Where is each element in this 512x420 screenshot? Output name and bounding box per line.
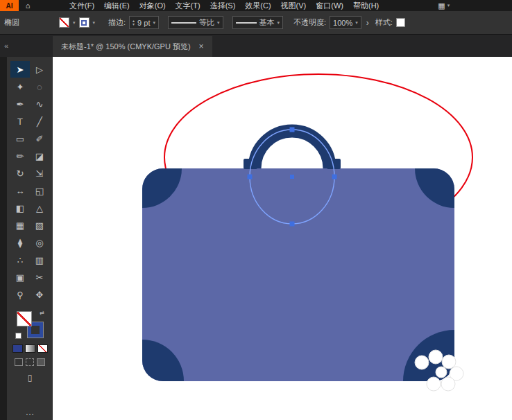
style-swatch[interactable] xyxy=(396,18,405,27)
opacity-label: 不透明度: xyxy=(293,17,326,28)
tool-grid: ➤ ▷ ✦ ◌ ✒ ∿ T ╱ ▭ ✐ ✏ ◪ ↻ ⇲ ↔ ◱ ◧ xyxy=(10,61,49,303)
tool-free-transform[interactable]: ◱ xyxy=(30,182,49,199)
menu-item-effect[interactable]: 效果(C) xyxy=(240,0,275,12)
tool-curvature[interactable]: ∿ xyxy=(30,96,49,112)
app-logo-icon[interactable]: AI xyxy=(0,0,19,11)
menu-item-view[interactable]: 视图(V) xyxy=(276,0,312,12)
tool-slice[interactable]: ✂ xyxy=(30,269,49,286)
apply-gradient-button[interactable] xyxy=(25,344,35,353)
tool-perspective-grid[interactable]: △ xyxy=(30,200,49,216)
stroke-weight-field[interactable]: ▴ ▾ 9 pt ▾ xyxy=(129,16,159,29)
tool-gradient[interactable]: ▧ xyxy=(30,217,49,234)
corner-top-right[interactable] xyxy=(415,129,494,208)
opacity-value[interactable]: 100% xyxy=(333,19,352,27)
style-label: 样式: xyxy=(375,17,393,28)
brush-definition-dropdown[interactable]: 基本 ▾ xyxy=(232,16,284,29)
menu-item-window[interactable]: 窗口(W) xyxy=(311,0,348,12)
control-bar: 椭圆 ▾ ▾ 描边: ▴ ▾ 9 pt ▾ 等比 ▾ 基本 ▾ 不透明度: 10… xyxy=(0,11,512,35)
tool-artboard[interactable]: ▣ xyxy=(10,269,30,286)
anchor-bottom[interactable] xyxy=(290,222,295,227)
opacity-caret-icon[interactable]: ▾ xyxy=(355,20,358,26)
menu-items: 文件(F) 编辑(E) 对象(O) 文字(T) 选择(S) 效果(C) 视图(V… xyxy=(65,0,384,12)
panel-collapse-button[interactable]: « xyxy=(0,35,53,57)
tool-type[interactable]: T xyxy=(10,113,30,130)
briefcase-handle[interactable] xyxy=(244,131,341,169)
tool-hand[interactable]: ✥ xyxy=(30,286,49,303)
menu-item-edit[interactable]: 编辑(E) xyxy=(99,0,135,12)
stroke-weight-stepper[interactable]: ▴ ▾ xyxy=(133,19,135,26)
tool-line-segment[interactable]: ╱ xyxy=(30,113,49,130)
anchor-top[interactable] xyxy=(290,128,295,132)
corner-bottom-left[interactable] xyxy=(101,340,184,420)
tool-scale[interactable]: ⇲ xyxy=(30,165,49,182)
tool-blend[interactable]: ◎ xyxy=(30,234,49,251)
tool-column-graph[interactable]: ▥ xyxy=(30,252,49,268)
artboard-canvas[interactable] xyxy=(53,57,512,420)
tool-rectangle[interactable]: ▭ xyxy=(10,130,30,147)
tool-shape-builder[interactable]: ◧ xyxy=(10,200,30,216)
menu-item-type[interactable]: 文字(T) xyxy=(171,0,205,12)
stroke-swatch-inner xyxy=(81,20,87,26)
apply-color-button[interactable] xyxy=(12,344,23,353)
swap-fill-stroke-icon[interactable]: ⇄ xyxy=(40,310,44,316)
tool-pencil[interactable]: ✏ xyxy=(10,148,30,164)
menu-item-select[interactable]: 选择(S) xyxy=(205,0,241,12)
fill-color-swatch[interactable] xyxy=(59,17,69,28)
menubar: AI ⌂ 文件(F) 编辑(E) 对象(O) 文字(T) 选择(S) 效果(C)… xyxy=(0,0,512,11)
tool-eyedropper[interactable]: ⧫ xyxy=(10,234,30,251)
tool-eraser[interactable]: ◪ xyxy=(30,148,49,164)
tools-panel: ➤ ▷ ✦ ◌ ✒ ∿ T ╱ ▭ ✐ ✏ ◪ ↻ ⇲ ↔ ◱ ◧ xyxy=(0,57,53,420)
screen-mode-button[interactable]: ▯ xyxy=(28,373,33,383)
tool-magic-wand[interactable]: ✦ xyxy=(10,78,30,95)
tab-close-icon[interactable]: × xyxy=(199,42,204,51)
tool-paintbrush[interactable]: ✐ xyxy=(30,130,49,147)
fill-stroke-indicator[interactable]: ⇄ xyxy=(15,310,44,339)
menu-item-object[interactable]: 对象(O) xyxy=(135,0,171,12)
apply-none-button[interactable] xyxy=(37,344,48,353)
collapse-icon: « xyxy=(4,42,8,50)
document-tab[interactable]: 未标题-1* @ 150% (CMYK/GPU 预览) × xyxy=(53,36,212,57)
brush-caret-icon[interactable]: ▾ xyxy=(278,20,280,26)
window-edge xyxy=(0,57,7,420)
tool-rotate[interactable]: ↻ xyxy=(10,165,30,182)
width-profile-dropdown[interactable]: 等比 ▾ xyxy=(168,16,223,29)
anchor-right[interactable] xyxy=(332,175,337,180)
arrange-documents-button[interactable]: ▦ ▾ xyxy=(438,1,450,10)
profile-caret-icon[interactable]: ▾ xyxy=(217,20,220,26)
tool-selection[interactable]: ➤ xyxy=(10,61,30,78)
width-profile-value: 等比 xyxy=(199,17,214,28)
default-fill-stroke-icon[interactable] xyxy=(15,333,22,339)
stroke-weight-caret-icon[interactable]: ▾ xyxy=(153,20,155,26)
opacity-dropdown[interactable]: 100% ▾ xyxy=(330,16,361,29)
brush-value: 基本 xyxy=(259,17,275,28)
briefcase-body[interactable] xyxy=(142,168,454,381)
document-tab-title: 未标题-1* @ 150% (CMYK/GPU 预览) xyxy=(61,42,191,52)
menu-item-file[interactable]: 文件(F) xyxy=(65,0,99,12)
width-profile-preview xyxy=(171,22,196,24)
draw-behind-button[interactable] xyxy=(26,358,34,366)
home-icon[interactable]: ⌂ xyxy=(19,1,37,10)
draw-inside-button[interactable] xyxy=(37,358,45,366)
stroke-weight-label: 描边: xyxy=(108,17,126,28)
tool-zoom[interactable]: ⚲ xyxy=(10,286,30,303)
grid-icon: ▦ xyxy=(438,1,445,10)
tool-mesh[interactable]: ▦ xyxy=(10,217,30,234)
anchor-left[interactable] xyxy=(248,175,253,180)
stroke-caret-icon[interactable]: ▾ xyxy=(93,20,96,26)
overflow-chevron-icon[interactable]: › xyxy=(366,18,369,28)
tool-direct-selection[interactable]: ▷ xyxy=(30,61,49,78)
corner-top-left[interactable] xyxy=(103,129,182,208)
toolbar-more-button[interactable]: … xyxy=(26,407,35,417)
menu-item-help[interactable]: 帮助(H) xyxy=(348,0,384,12)
chevron-down-icon: ▾ xyxy=(447,3,450,8)
tool-symbol-sprayer[interactable]: ∴ xyxy=(10,252,30,268)
draw-normal-button[interactable] xyxy=(15,358,23,366)
tool-lasso[interactable]: ◌ xyxy=(30,78,49,95)
fill-indicator-none[interactable] xyxy=(17,311,32,326)
tool-width[interactable]: ↔ xyxy=(10,182,30,199)
stroke-weight-value[interactable]: 9 pt xyxy=(137,19,150,27)
fill-caret-icon[interactable]: ▾ xyxy=(73,20,76,26)
stroke-color-swatch[interactable] xyxy=(79,17,89,28)
stepper-down-icon[interactable]: ▾ xyxy=(133,23,135,26)
tool-pen[interactable]: ✒ xyxy=(10,96,30,112)
